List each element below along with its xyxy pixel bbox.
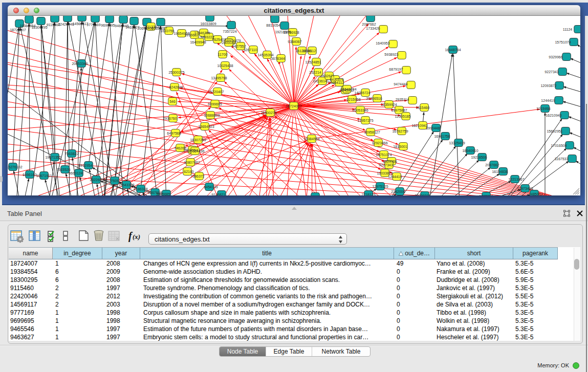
svg-text:11124: 11124 [563, 28, 573, 31]
svg-text:16210943: 16210943 [546, 114, 561, 117]
svg-text:10654112: 10654112 [329, 81, 344, 84]
svg-text:7632621: 7632621 [320, 74, 334, 78]
svg-text:16154838: 16154838 [492, 170, 508, 173]
svg-text:10543392: 10543392 [118, 183, 134, 187]
svg-text:9242848: 9242848 [169, 85, 183, 89]
svg-text:2803144: 2803144 [222, 41, 235, 45]
svg-text:9427552: 9427552 [232, 45, 246, 48]
svg-text:14136141: 14136141 [313, 79, 329, 83]
svg-text:1588520: 1588520 [310, 195, 323, 196]
svg-text:19671355: 19671355 [45, 156, 61, 159]
svg-text:5938923: 5938923 [384, 53, 398, 56]
svg-text:12975125: 12975125 [372, 185, 388, 188]
svg-text:11700: 11700 [218, 53, 228, 56]
svg-text:8912954: 8912954 [78, 164, 92, 167]
svg-text:25300275: 25300275 [260, 111, 276, 115]
svg-text:1362615: 1362615 [479, 194, 493, 196]
svg-text:18640910: 18640910 [462, 149, 478, 152]
svg-text:10688609: 10688609 [204, 114, 220, 117]
svg-text:18307299: 18307299 [190, 138, 206, 142]
svg-text:17046786: 17046786 [194, 31, 210, 35]
svg-text:15692951: 15692951 [547, 129, 562, 133]
svg-text:16648784: 16648784 [340, 87, 356, 91]
svg-text:19218506: 19218506 [471, 156, 487, 159]
svg-text:(x): (x) [133, 233, 140, 240]
svg-text:62160: 62160 [184, 170, 194, 173]
svg-text:9146821: 9146821 [211, 193, 225, 196]
svg-text:8990448: 8990448 [426, 126, 440, 130]
svg-text:3678344: 3678344 [271, 57, 285, 60]
svg-text:252214: 252214 [309, 71, 321, 74]
svg-text:13654923: 13654923 [198, 125, 214, 128]
svg-text:18724007: 18724007 [10, 28, 26, 32]
svg-text:16648784: 16648784 [445, 48, 461, 52]
svg-text:6497568: 6497568 [167, 132, 181, 135]
svg-text:20053346: 20053346 [352, 108, 368, 112]
svg-text:12359924: 12359924 [381, 103, 397, 106]
svg-text:9329966: 9329966 [549, 55, 562, 59]
svg-text:14535394: 14535394 [257, 53, 273, 57]
svg-text:15276102: 15276102 [8, 165, 23, 169]
svg-text:7563822: 7563822 [64, 152, 78, 156]
svg-text:1244419: 1244419 [388, 175, 402, 179]
svg-text:9777169: 9777169 [86, 23, 100, 27]
svg-text:2087662: 2087662 [362, 23, 376, 26]
svg-text:19384554: 19384554 [303, 137, 319, 141]
svg-text:15751074: 15751074 [376, 153, 391, 157]
svg-text:17957275: 17957275 [357, 119, 373, 122]
svg-text:16782759: 16782759 [392, 129, 408, 133]
svg-text:6466160: 6466160 [23, 173, 36, 177]
svg-text:10671911: 10671911 [36, 174, 52, 178]
svg-text:8454749: 8454749 [204, 185, 217, 189]
svg-text:12033872: 12033872 [377, 171, 393, 175]
svg-text:3875685: 3875685 [156, 192, 170, 196]
svg-text:2087662: 2087662 [485, 163, 499, 167]
svg-text:10973493: 10973493 [517, 187, 533, 190]
svg-text:8660124: 8660124 [69, 171, 82, 175]
svg-text:13325419: 13325419 [449, 141, 465, 145]
svg-text:12213383: 12213383 [143, 25, 159, 29]
svg-text:1640953: 1640953 [376, 41, 389, 45]
svg-text:19975887: 19975887 [391, 108, 407, 112]
svg-text:9227343: 9227343 [379, 163, 393, 167]
svg-text:15751074: 15751074 [555, 40, 571, 44]
svg-text:2936760: 2936760 [163, 117, 177, 120]
svg-text:8322037: 8322037 [415, 194, 428, 196]
svg-text:18724007: 18724007 [286, 104, 301, 108]
svg-text:9329966: 9329966 [383, 160, 397, 163]
svg-text:1815001: 1815001 [393, 145, 407, 148]
svg-text:8813054: 8813054 [266, 24, 280, 27]
svg-text:9474444: 9474444 [394, 82, 407, 86]
svg-text:12505185: 12505185 [395, 115, 410, 118]
svg-text:12093872: 12093872 [540, 84, 556, 87]
svg-text:1167533: 1167533 [555, 157, 569, 161]
svg-text:2242004: 2242004 [391, 190, 405, 193]
svg-text:20206516: 20206516 [366, 97, 382, 100]
svg-text:3267110: 3267110 [244, 48, 257, 52]
svg-text:6879197: 6879197 [389, 68, 403, 71]
svg-text:12213367: 12213367 [508, 178, 524, 181]
svg-text:8186328: 8186328 [134, 187, 147, 191]
svg-text:1615112: 1615112 [302, 49, 316, 53]
svg-text:12923466: 12923466 [372, 141, 387, 145]
svg-text:16409948: 16409948 [190, 40, 206, 44]
svg-text:19756928: 19756928 [283, 31, 299, 34]
svg-text:10025438: 10025438 [217, 64, 233, 68]
svg-text:9227343: 9227343 [545, 70, 558, 74]
svg-text:9115460: 9115460 [416, 106, 430, 110]
svg-text:9384067: 9384067 [288, 40, 301, 43]
svg-text:22420046: 22420046 [58, 23, 74, 26]
svg-text:16033809: 16033809 [200, 22, 216, 26]
svg-text:3215958: 3215958 [346, 98, 360, 101]
svg-text:6099695: 6099695 [208, 102, 222, 106]
svg-text:10807487: 10807487 [184, 161, 200, 164]
svg-text:25300275: 25300275 [168, 71, 184, 74]
svg-text:7357224: 7357224 [223, 30, 236, 33]
svg-text:18300295: 18300295 [31, 26, 47, 29]
svg-text:10958127: 10958127 [364, 130, 380, 134]
svg-text:20364436: 20364436 [188, 149, 204, 153]
svg-text:13495798: 13495798 [211, 76, 227, 80]
svg-text:17016504: 17016504 [551, 144, 567, 147]
svg-text:1244419: 1244419 [541, 99, 555, 102]
svg-text:14569117: 14569117 [73, 22, 89, 26]
